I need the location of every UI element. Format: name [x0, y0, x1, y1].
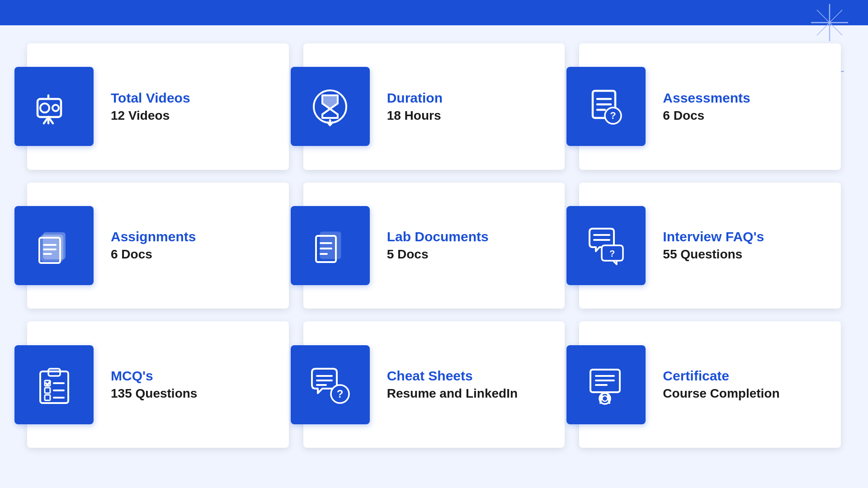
- total-videos-text: Total Videos12 Videos: [111, 90, 190, 123]
- certificate-title: Certificate: [663, 368, 779, 384]
- feature-card-certificate: CertificateCourse Completion: [579, 321, 841, 448]
- cheat-sheets-title: Cheat Sheets: [387, 368, 518, 384]
- certificate-icon-box: [566, 345, 646, 424]
- svg-text:?: ?: [337, 388, 344, 400]
- duration-title: Duration: [387, 90, 443, 106]
- svg-point-9: [40, 103, 49, 113]
- lab-documents-text: Lab Documents5 Docs: [387, 229, 489, 262]
- svg-text:?: ?: [609, 249, 615, 258]
- interview-faqs-icon-box: ?: [566, 206, 646, 285]
- header-star-decoration: [809, 2, 850, 43]
- features-grid: Total Videos12 Videos Duration18 Hours ?…: [0, 25, 868, 461]
- certificate-text: CertificateCourse Completion: [663, 368, 779, 401]
- feature-card-interview-faqs: ? Interview FAQ's55 Questions: [579, 183, 841, 309]
- assignments-value: 6 Docs: [111, 247, 196, 262]
- svg-point-10: [52, 105, 59, 111]
- total-videos-icon-box: [14, 67, 94, 146]
- svg-rect-43: [45, 388, 50, 393]
- total-videos-value: 12 Videos: [111, 108, 190, 123]
- duration-icon-box: [291, 67, 370, 146]
- assignments-text: Assignments6 Docs: [111, 229, 196, 262]
- assessments-title: Assessments: [663, 90, 750, 106]
- cheat-sheets-value: Resume and LinkedIn: [387, 386, 518, 401]
- feature-card-total-videos: Total Videos12 Videos: [27, 43, 289, 170]
- lab-documents-title: Lab Documents: [387, 229, 489, 244]
- duration-text: Duration18 Hours: [387, 90, 443, 123]
- mcqs-icon-box: [14, 345, 94, 424]
- assessments-icon-box: ?: [566, 67, 646, 146]
- feature-card-mcqs: MCQ's135 Questions: [27, 321, 289, 448]
- cheat-sheets-icon-box: ?: [291, 345, 370, 424]
- feature-card-duration: Duration18 Hours: [303, 43, 565, 170]
- assignments-icon-box: [14, 206, 94, 285]
- assignments-title: Assignments: [111, 229, 196, 244]
- lab-documents-value: 5 Docs: [387, 247, 489, 262]
- interview-faqs-value: 55 Questions: [663, 247, 764, 262]
- interview-faqs-title: Interview FAQ's: [663, 229, 764, 244]
- mcqs-title: MCQ's: [111, 368, 197, 384]
- lab-documents-icon-box: [291, 206, 370, 285]
- feature-card-assignments: Assignments6 Docs: [27, 183, 289, 309]
- feature-card-lab-documents: Lab Documents5 Docs: [303, 183, 565, 309]
- svg-rect-45: [45, 395, 50, 400]
- interview-faqs-text: Interview FAQ's55 Questions: [663, 229, 764, 262]
- mcqs-text: MCQ's135 Questions: [111, 368, 197, 401]
- svg-text:?: ?: [610, 110, 616, 121]
- certificate-value: Course Completion: [663, 386, 779, 401]
- assessments-text: Assessments6 Docs: [663, 90, 750, 123]
- total-videos-title: Total Videos: [111, 90, 190, 106]
- cheat-sheets-text: Cheat SheetsResume and LinkedIn: [387, 368, 518, 401]
- assessments-value: 6 Docs: [663, 108, 750, 123]
- duration-value: 18 Hours: [387, 108, 443, 123]
- mcqs-value: 135 Questions: [111, 386, 197, 401]
- page-header: [0, 0, 868, 25]
- feature-card-cheat-sheets: ? Cheat SheetsResume and LinkedIn: [303, 321, 565, 448]
- feature-card-assessments: ? Assessments6 Docs: [579, 43, 841, 170]
